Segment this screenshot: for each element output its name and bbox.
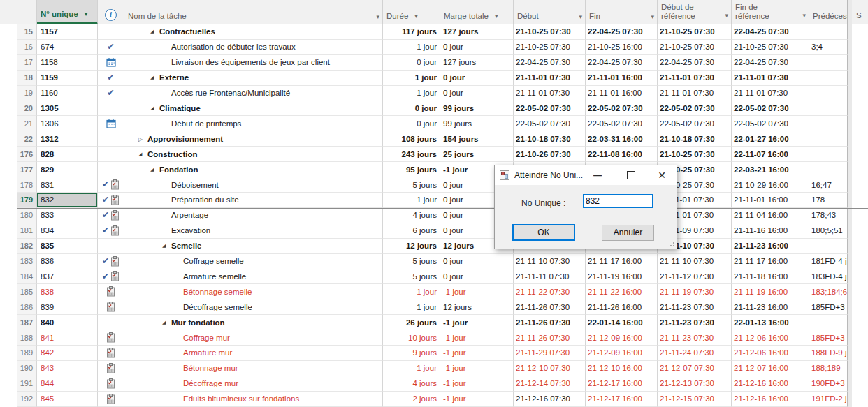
cell-baseline-start[interactable]: 21-12-15 07:30 xyxy=(658,392,732,407)
cell-task-name[interactable]: Livraison des équipements de jeux par cl… xyxy=(124,55,383,71)
cell-baseline-finish[interactable]: 21-12-16 16:00 xyxy=(732,392,809,407)
header-rownum[interactable] xyxy=(17,0,37,24)
cell-task-name[interactable]: Coffrage semelle xyxy=(124,254,383,269)
cell-baseline-finish[interactable]: 21-11-04 16:00 xyxy=(732,208,809,223)
cell-unique-id[interactable]: 834 xyxy=(37,223,98,239)
row-number-cell[interactable]: 15 xyxy=(17,24,37,40)
cell-total-slack[interactable]: 127 jours xyxy=(440,24,514,40)
cell-duration[interactable]: 1 jour xyxy=(383,71,440,86)
cell-unique-id[interactable]: 831 xyxy=(37,177,98,193)
cell-total-slack[interactable]: -1 jour xyxy=(440,376,514,392)
cell-predecessors[interactable] xyxy=(809,86,848,101)
cell-total-slack[interactable]: -1 jour xyxy=(440,315,514,330)
cell-duration[interactable]: 5 jours xyxy=(383,177,440,193)
cell-indicators[interactable] xyxy=(98,299,124,315)
cell-unique-id[interactable]: 1306 xyxy=(37,116,98,131)
cell-task-name[interactable]: ◢Construction xyxy=(124,147,383,162)
cell-baseline-start[interactable]: 21-11-19 07:30 xyxy=(658,284,732,299)
cell-unique-id[interactable]: 837 xyxy=(37,269,98,285)
row-number-cell[interactable]: 187 xyxy=(17,315,37,330)
dialog-title-bar[interactable]: Atteindre No Uni... — ✕ xyxy=(495,165,677,185)
cell-unique-id[interactable]: 845 xyxy=(37,392,98,407)
filter-arrow-icon[interactable]: ▾ xyxy=(802,11,806,20)
cell-duration[interactable]: 9 jours xyxy=(383,346,440,361)
cell-finish[interactable]: 22-05-02 07:30 xyxy=(586,116,658,131)
row-number-cell[interactable]: 19 xyxy=(17,86,37,101)
cell-indicators[interactable]: ✔ xyxy=(98,86,124,101)
cell-baseline-start[interactable]: 21-12-13 07:30 xyxy=(658,376,732,392)
cell-total-slack[interactable]: 0 jour xyxy=(440,40,514,55)
cell-start[interactable]: 21-11-26 07:30 xyxy=(514,330,586,346)
cell-finish[interactable]: 22-04-25 07:30 xyxy=(586,55,658,71)
cell-unique-id[interactable]: 829 xyxy=(37,162,98,177)
cell-finish[interactable]: 21-11-26 16:00 xyxy=(586,299,658,315)
cell-unique-id[interactable]: 839 xyxy=(37,299,98,315)
row-number-cell[interactable]: 184 xyxy=(17,269,37,285)
cell-predecessors[interactable]: 16;47 xyxy=(809,177,848,193)
cell-unique-id[interactable]: 1159 xyxy=(37,71,98,86)
row-number-cell[interactable]: 181 xyxy=(17,223,37,239)
close-button[interactable]: ✕ xyxy=(651,165,672,185)
cell-duration[interactable]: 12 jours xyxy=(383,239,440,254)
cell-unique-id[interactable]: 838 xyxy=(37,284,98,299)
cell-indicators[interactable] xyxy=(98,376,124,392)
cell-baseline-finish[interactable]: 21-11-18 16:00 xyxy=(732,269,809,285)
header-task-name[interactable]: Nom de la tâche ▾ xyxy=(124,0,383,24)
cell-task-name[interactable]: Début de printemps xyxy=(124,116,383,131)
filter-arrow-icon[interactable]: ▾ xyxy=(651,13,654,20)
cell-total-slack[interactable]: 127 jours xyxy=(440,55,514,71)
row-number-cell[interactable]: 176 xyxy=(17,147,37,162)
row-number-cell[interactable]: 179 xyxy=(17,193,37,208)
cell-unique-id[interactable]: 1157 xyxy=(37,24,98,40)
cell-predecessors[interactable]: 191FD-2 j xyxy=(809,392,848,407)
cell-baseline-start[interactable]: 22-04-25 07:30 xyxy=(658,55,732,71)
cell-task-name[interactable]: Armature semelle xyxy=(124,269,383,285)
cell-finish[interactable]: 22-01-14 16:00 xyxy=(586,315,658,330)
row-number-cell[interactable]: 191 xyxy=(17,376,37,392)
cell-baseline-finish[interactable]: 21-11-19 16:00 xyxy=(732,284,809,299)
cell-indicators[interactable] xyxy=(98,392,124,407)
expand-triangle-icon[interactable]: ◢ xyxy=(150,167,154,172)
row-number-cell[interactable]: 189 xyxy=(17,346,37,361)
expand-triangle-icon[interactable]: ◢ xyxy=(162,243,166,249)
cell-baseline-finish[interactable]: 21-12-06 16:00 xyxy=(732,346,809,361)
cell-predecessors[interactable]: 181FD-4 j xyxy=(809,254,848,269)
cell-start[interactable]: 22-04-25 07:30 xyxy=(514,55,586,71)
cell-start[interactable]: 22-05-02 07:30 xyxy=(514,116,586,131)
cell-start[interactable]: 21-10-26 07:30 xyxy=(514,147,586,162)
cell-predecessors[interactable] xyxy=(809,147,848,162)
cell-duration[interactable]: 117 jours xyxy=(383,24,440,40)
header-total-slack[interactable]: Marge totale ▾ xyxy=(440,0,514,24)
resize-grip[interactable] xyxy=(669,241,674,246)
cell-unique-id[interactable]: 832 xyxy=(37,193,98,208)
cell-indicators[interactable] xyxy=(98,284,124,299)
cell-unique-id[interactable]: 835 xyxy=(37,239,98,254)
cell-start[interactable]: 21-12-16 07:30 xyxy=(514,392,586,407)
cell-duration[interactable]: 1 jour xyxy=(383,40,440,55)
cell-task-name[interactable]: ◢Contractuelles xyxy=(124,24,383,40)
cell-unique-id[interactable]: 843 xyxy=(37,361,98,376)
header-predecessors[interactable]: Prédécess xyxy=(809,0,848,24)
header-start[interactable]: Début ▾ xyxy=(514,0,586,24)
cell-predecessors[interactable]: 180;5;51 xyxy=(809,223,848,239)
cell-baseline-start[interactable]: 21-11-01 07:30 xyxy=(658,71,732,86)
cell-task-name[interactable]: Eduits bitumineux sur fondations xyxy=(124,392,383,407)
cell-unique-id[interactable]: 833 xyxy=(37,208,98,223)
cell-predecessors[interactable] xyxy=(809,101,848,117)
expand-triangle-icon[interactable]: ◢ xyxy=(150,29,154,34)
cell-baseline-finish[interactable]: 21-10-29 16:00 xyxy=(732,177,809,193)
filter-arrow-icon[interactable]: ▾ xyxy=(725,11,728,20)
filter-arrow-icon[interactable]: ▾ xyxy=(85,10,88,18)
cell-indicators[interactable] xyxy=(98,147,124,162)
cell-finish[interactable]: 22-03-31 16:00 xyxy=(586,131,658,147)
cell-indicators[interactable]: ✔ xyxy=(98,254,124,269)
minimize-button[interactable]: — xyxy=(587,165,608,185)
header-successors[interactable]: S xyxy=(852,0,868,24)
cell-start[interactable]: 21-12-10 07:30 xyxy=(514,361,586,376)
cancel-button[interactable]: Annuler xyxy=(602,225,654,241)
cell-total-slack[interactable]: 25 jours xyxy=(440,147,514,162)
cell-task-name[interactable]: Arpentage xyxy=(124,208,383,223)
cell-start[interactable]: 21-10-18 07:30 xyxy=(514,131,586,147)
row-number-cell[interactable]: 180 xyxy=(17,208,37,223)
cell-baseline-finish[interactable]: 22-04-25 07:30 xyxy=(732,24,809,40)
